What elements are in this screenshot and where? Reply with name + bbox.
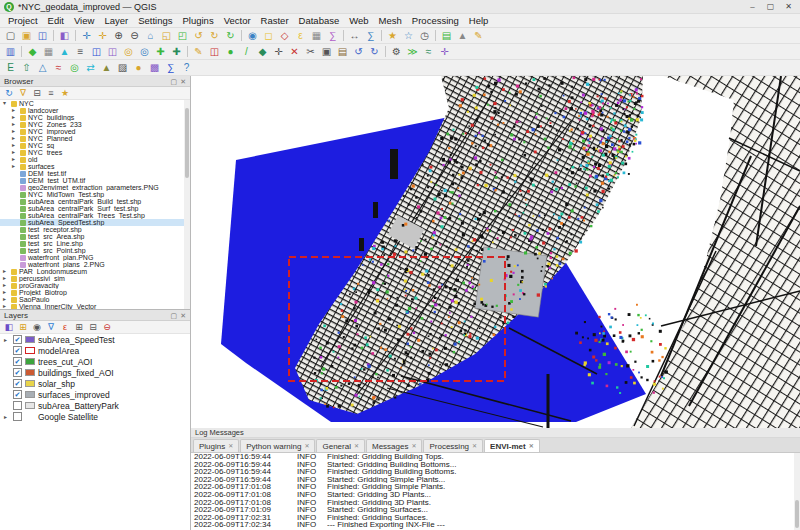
field-calculator-icon[interactable]: ∑ [325, 29, 340, 43]
grass-tools-icon[interactable]: ≈ [421, 45, 436, 59]
expander-icon[interactable]: ▸ [12, 163, 18, 170]
add-spatialite-layer-icon[interactable]: ◫ [105, 45, 120, 59]
browser-scrollbar-thumb[interactable] [185, 108, 189, 178]
zonal-statistics-icon[interactable]: ∑ [163, 61, 178, 75]
menu-project[interactable]: Project [3, 15, 43, 26]
expander-icon[interactable]: ▸ [12, 142, 18, 149]
browser-item-percussivi-sim[interactable]: ▸percussivi_sim [0, 275, 190, 282]
python-console-icon[interactable]: ≫ [405, 45, 420, 59]
zoom-full-icon[interactable]: ⌂ [143, 29, 158, 43]
enable-properties-widget-icon[interactable]: ≡ [45, 88, 57, 99]
new-project-icon[interactable]: ▢ [3, 29, 18, 43]
save-project-icon[interactable]: ◫ [35, 29, 50, 43]
add-raster-layer-icon[interactable]: ▦ [41, 45, 56, 59]
pan-to-selection-icon[interactable]: ✛ [95, 29, 110, 43]
float-layers-panel-button[interactable]: ▢ [171, 310, 178, 320]
add-mesh-layer-icon[interactable]: ▲ [57, 45, 72, 59]
expander-icon[interactable]: ▸ [4, 413, 10, 420]
menu-vector[interactable]: Vector [219, 15, 256, 26]
browser-item-nyc-zones-233[interactable]: ▸NYC_Zones_233 [0, 121, 190, 128]
close-browser-panel-button[interactable]: ✕ [180, 76, 186, 86]
browser-item-old[interactable]: ▸old [0, 156, 190, 163]
log-scrollbar-thumb[interactable] [795, 500, 799, 528]
browser-item-test-receptor-shp[interactable]: test_receptor.shp [0, 226, 190, 233]
browser-scrollbar[interactable] [184, 100, 190, 309]
pan-map-icon[interactable]: ✛ [79, 29, 94, 43]
new-geopackage-layer-icon[interactable]: ✚ [169, 45, 184, 59]
close-tab-icon[interactable]: ✕ [411, 440, 416, 453]
refresh-map-icon[interactable]: ↻ [223, 29, 238, 43]
menu-layer[interactable]: Layer [99, 15, 133, 26]
georeferencer-icon[interactable]: ✛ [437, 45, 452, 59]
browser-item-progravacity[interactable]: ▸proGravacity [0, 282, 190, 289]
float-browser-panel-button[interactable]: ▢ [171, 76, 178, 86]
layer-checkbox[interactable] [13, 401, 22, 410]
browser-item-subarea-centralpark-trees-test-shp[interactable]: subArea_centralPark_Trees_Test.shp [0, 212, 190, 219]
menu-mesh[interactable]: Mesh [374, 15, 407, 26]
log-tab-messages[interactable]: Messages✕ [366, 439, 423, 452]
layer-item-subarea-speedtest[interactable]: ▸✔subArea_SpeedTest [0, 334, 190, 345]
envimet-inx-export-icon[interactable]: ⇧ [19, 61, 34, 75]
identify-features-icon[interactable]: ◉ [245, 29, 260, 43]
browser-item-waterfront-plans-2-png[interactable]: waterfront_plans_2.PNG [0, 261, 190, 268]
menu-plugins[interactable]: Plugins [177, 15, 218, 26]
browser-item-nyc[interactable]: ▾NYC [0, 100, 190, 107]
menu-processing[interactable]: Processing [407, 15, 464, 26]
add-delimited-text-icon[interactable]: ≡ [73, 45, 88, 59]
save-layer-edits-icon[interactable]: ◫ [207, 45, 222, 59]
zoom-next-icon[interactable]: ↻ [207, 29, 222, 43]
undo-icon[interactable]: ↺ [351, 45, 366, 59]
add-point-feature-icon[interactable]: ● [223, 45, 238, 59]
close-tab-icon[interactable]: ✕ [228, 440, 233, 453]
log-tab-python-warning[interactable]: Python warning✕ [240, 439, 315, 452]
new-shapefile-layer-icon[interactable]: ✚ [153, 45, 168, 59]
open-project-icon[interactable]: ▣ [19, 29, 34, 43]
layer-checkbox[interactable]: ✔ [13, 390, 22, 399]
browser-item-projekt-biotrop[interactable]: ▸Projekt_Biotrop [0, 289, 190, 296]
menu-web[interactable]: Web [344, 15, 373, 26]
map-canvas[interactable] [191, 76, 800, 428]
maximize-button[interactable]: ▢ [763, 2, 778, 11]
expander-icon[interactable]: ▸ [12, 149, 18, 156]
cut-features-icon[interactable]: ✂ [303, 45, 318, 59]
layer-item-surfaces-improved[interactable]: ✔surfaces_improved [0, 389, 190, 400]
expander-icon[interactable]: ▸ [12, 107, 18, 114]
browser-item-saopaulo[interactable]: ▸SaoPaulo [0, 296, 190, 303]
layer-checkbox[interactable]: ✔ [13, 346, 22, 355]
browser-item-subarea-speedtest-shp[interactable]: subArea_SpeedTest.shp [0, 219, 190, 226]
add-polygon-feature-icon[interactable]: ◆ [255, 45, 270, 59]
quickmapservices-icon[interactable]: ◎ [67, 61, 82, 75]
menu-edit[interactable]: Edit [43, 15, 69, 26]
vertex-tool-icon[interactable]: ✛ [271, 45, 286, 59]
menu-database[interactable]: Database [294, 15, 345, 26]
add-vector-layer-icon[interactable]: ◆ [25, 45, 40, 59]
expander-icon[interactable]: ▸ [12, 128, 18, 135]
layer-item-modelarea[interactable]: ✔modelArea [0, 345, 190, 356]
log-tab-envi-met[interactable]: ENVI-met✕ [484, 439, 540, 452]
add-group-icon[interactable]: ⊞ [17, 322, 29, 333]
profile-tool-icon[interactable]: ≈ [51, 61, 66, 75]
close-button[interactable]: ✕ [781, 2, 796, 11]
browser-item-par-londonmuseum[interactable]: ▸PAR_Londonmuseum [0, 268, 190, 275]
toggle-editing-icon[interactable]: ✎ [191, 45, 206, 59]
manage-map-themes-icon[interactable]: ◉ [31, 322, 43, 333]
log-scrollbar[interactable] [794, 453, 800, 530]
browser-item-dem-test-tif[interactable]: DEM_test.tif [0, 170, 190, 177]
zoom-in-icon[interactable]: ⊕ [111, 29, 126, 43]
refresh-browser-icon[interactable]: ↻ [3, 88, 15, 99]
collapse-all-layers-icon[interactable]: ⊟ [87, 322, 99, 333]
map-tips-icon[interactable]: ✎ [471, 29, 486, 43]
zoom-to-layer-icon[interactable]: ◰ [175, 29, 190, 43]
expander-icon[interactable]: ▸ [12, 156, 18, 163]
expander-icon[interactable]: ▸ [3, 282, 9, 289]
layer-checkbox[interactable]: ✔ [13, 335, 22, 344]
menu-view[interactable]: View [69, 15, 99, 26]
browser-item-vienna-innercity-vector[interactable]: ▸Vienna_InnerCity_Vector [0, 303, 190, 309]
browser-item-geo2envimet-extraction-parameters-png[interactable]: geo2envimet_extraction_parameters.PNG [0, 184, 190, 191]
layer-item-trees-cut-aoi[interactable]: ✔trees_cut_AOI [0, 356, 190, 367]
expander-icon[interactable]: ▸ [12, 135, 18, 142]
layer-item-google-satellite[interactable]: ▸Google Satellite [0, 411, 190, 422]
close-tab-icon[interactable]: ✕ [354, 440, 359, 453]
expander-icon[interactable]: ▸ [3, 268, 9, 275]
browser-item-nyc-trees[interactable]: ▸NYC_trees [0, 149, 190, 156]
